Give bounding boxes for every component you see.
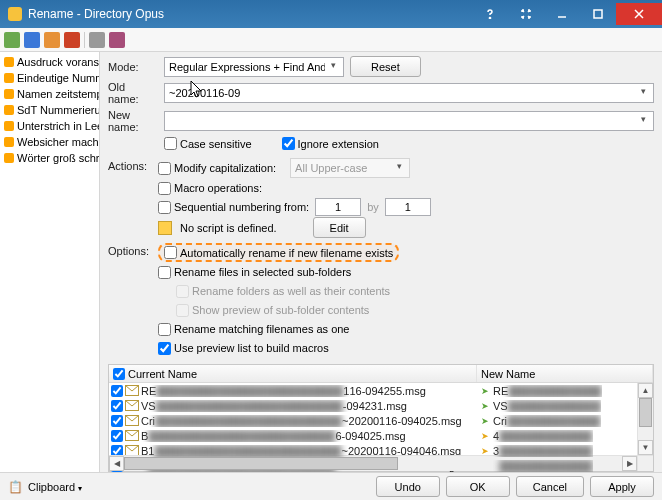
- scroll-thumb[interactable]: [124, 457, 398, 470]
- maximize-button[interactable]: [580, 3, 616, 25]
- column-new-name[interactable]: New Name: [477, 365, 653, 382]
- mode-combo[interactable]: [164, 57, 344, 77]
- mail-icon: [125, 385, 139, 396]
- scroll-left-icon[interactable]: ◀: [109, 456, 124, 471]
- ignore-extension-checkbox[interactable]: Ignore extension: [282, 137, 379, 150]
- list-header: Current Name New Name: [109, 365, 653, 383]
- sidebar-item[interactable]: Namen zeitstempeln: [0, 86, 99, 102]
- checkbox-label: Automatically rename if new filename exi…: [180, 247, 393, 259]
- current-name-text: VS████████████████████████-094231.msg: [141, 400, 407, 412]
- sidebar-item[interactable]: Websicher machen: [0, 134, 99, 150]
- svg-point-0: [489, 17, 490, 18]
- checkbox-label: Use preview list to build macros: [174, 342, 329, 354]
- sidebar-item[interactable]: SdT Nummerierung: [0, 102, 99, 118]
- clipboard-icon: [8, 480, 22, 494]
- checkbox-label: Case sensitive: [180, 138, 252, 150]
- undo-button[interactable]: Undo: [376, 476, 440, 497]
- options-label: Options:: [108, 243, 158, 358]
- preset-icon: [4, 137, 14, 147]
- cancel-button[interactable]: Cancel: [516, 476, 584, 497]
- rename-folders-checkbox[interactable]: Rename folders as well as their contents: [176, 285, 390, 298]
- by-label: by: [367, 201, 379, 213]
- capitalization-combo[interactable]: [290, 158, 410, 178]
- new-name-label: New name:: [108, 109, 158, 133]
- table-row[interactable]: RE████████████████████████116-094255.msg…: [109, 383, 637, 398]
- checkbox-label: Rename matching filenames as one: [174, 323, 349, 335]
- show-preview-checkbox[interactable]: Show preview of sub-folder contents: [176, 304, 369, 317]
- toolbar-icon-1[interactable]: [4, 32, 20, 48]
- scroll-down-icon[interactable]: ▼: [638, 440, 653, 455]
- toolbar: [0, 28, 662, 52]
- expand-button[interactable]: [508, 3, 544, 25]
- rename-arrow-icon: [479, 400, 491, 411]
- scrollbar-corner: [637, 456, 653, 471]
- sidebar-item-label: Ausdruck voranstellen: [17, 55, 99, 69]
- current-name-text: RE████████████████████████116-094255.msg: [141, 385, 426, 397]
- script-status-text: No script is defined.: [180, 222, 277, 234]
- row-checkbox[interactable]: [111, 430, 123, 442]
- row-checkbox[interactable]: [111, 385, 123, 397]
- checkbox-label: Rename folders as well as their contents: [192, 285, 390, 297]
- row-checkbox[interactable]: [111, 400, 123, 412]
- preset-icon: [4, 89, 14, 99]
- new-name-input[interactable]: [164, 111, 654, 131]
- preset-icon: [4, 73, 14, 83]
- preset-sidebar: Ausdruck voranstellen Eindeutige Nummern…: [0, 52, 100, 472]
- minimize-button[interactable]: [544, 3, 580, 25]
- mode-label: Mode:: [108, 61, 158, 73]
- title-bar: Rename - Directory Opus: [0, 0, 662, 28]
- preset-icon: [4, 121, 14, 131]
- sidebar-item-label: Eindeutige Nummern: [17, 71, 99, 85]
- sidebar-item[interactable]: Unterstrich in Leerzeic…: [0, 118, 99, 134]
- new-name-text: VS████████████: [493, 400, 601, 412]
- rename-arrow-icon: [479, 430, 491, 441]
- scroll-right-icon[interactable]: ▶: [622, 456, 637, 471]
- toolbar-icon-2[interactable]: [24, 32, 40, 48]
- sidebar-item[interactable]: Eindeutige Nummern: [0, 70, 99, 86]
- seq-from-input[interactable]: [315, 198, 361, 216]
- file-preview-list: Current Name New Name RE████████████████…: [108, 364, 654, 472]
- scroll-thumb[interactable]: [639, 398, 652, 427]
- sidebar-item-label: Unterstrich in Leerzeic…: [17, 119, 99, 133]
- seq-numbering-checkbox[interactable]: Sequential numbering from:: [158, 201, 309, 214]
- toolbar-icon-6[interactable]: [109, 32, 125, 48]
- toolbar-icon-3[interactable]: [44, 32, 60, 48]
- app-icon: [8, 7, 22, 21]
- reset-button[interactable]: Reset: [350, 56, 421, 77]
- seq-step-input[interactable]: [385, 198, 431, 216]
- matching-one-checkbox[interactable]: Rename matching filenames as one: [158, 323, 349, 336]
- sidebar-item[interactable]: Wörter groß schreiben: [0, 150, 99, 166]
- ok-button[interactable]: OK: [446, 476, 510, 497]
- new-name-text: 4████████████: [493, 430, 593, 442]
- macro-ops-checkbox[interactable]: Macro operations:: [158, 182, 262, 195]
- column-current-name[interactable]: Current Name: [109, 365, 477, 382]
- close-button[interactable]: [616, 3, 662, 25]
- table-row[interactable]: B████████████████████████6-094025.msg4██…: [109, 428, 637, 443]
- edit-script-button[interactable]: Edit: [313, 217, 366, 238]
- scroll-up-icon[interactable]: ▲: [638, 383, 653, 398]
- modify-cap-checkbox[interactable]: Modify capitalization:: [158, 162, 276, 175]
- svg-rect-1: [594, 10, 602, 18]
- horizontal-scrollbar[interactable]: ◀ ▶: [109, 455, 653, 471]
- row-checkbox[interactable]: [111, 415, 123, 427]
- preset-icon: [4, 153, 14, 163]
- use-preview-checkbox[interactable]: Use preview list to build macros: [158, 342, 329, 355]
- toolbar-separator: [84, 32, 85, 48]
- sidebar-item-label: Wörter groß schreiben: [17, 151, 99, 165]
- table-row[interactable]: VS████████████████████████-094231.msgVS█…: [109, 398, 637, 413]
- rename-arrow-icon: [479, 385, 491, 396]
- checkbox-label: Modify capitalization:: [174, 162, 276, 174]
- case-sensitive-checkbox[interactable]: Case sensitive: [164, 137, 252, 150]
- rename-selected-checkbox[interactable]: Rename files in selected sub-folders: [158, 266, 351, 279]
- table-row[interactable]: Cri████████████████████████~20200116-094…: [109, 413, 637, 428]
- help-button[interactable]: [472, 3, 508, 25]
- preset-icon: [4, 105, 14, 115]
- toolbar-icon-5[interactable]: [89, 32, 105, 48]
- toolbar-icon-4[interactable]: [64, 32, 80, 48]
- sidebar-item[interactable]: Ausdruck voranstellen: [0, 54, 99, 70]
- clipboard-menu[interactable]: Clipboard ▾: [28, 481, 82, 493]
- apply-button[interactable]: Apply: [590, 476, 654, 497]
- old-name-input[interactable]: [164, 83, 654, 103]
- auto-rename-checkbox[interactable]: Automatically rename if new filename exi…: [164, 246, 393, 259]
- vertical-scrollbar[interactable]: ▲ ▼: [637, 383, 653, 455]
